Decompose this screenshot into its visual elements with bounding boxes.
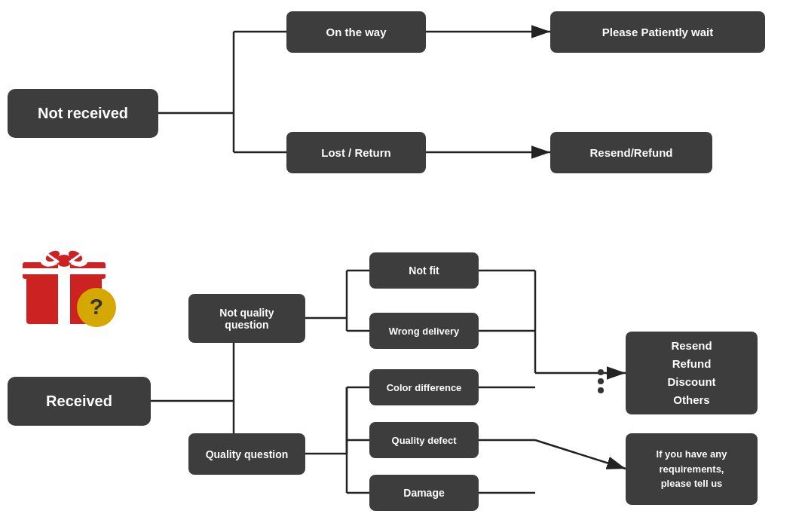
quality-question-node: Quality question [188, 433, 305, 475]
wrong-delivery-node: Wrong delivery [369, 313, 479, 349]
on-the-way-node: On the way [286, 11, 426, 53]
damage-node: Damage [369, 475, 479, 511]
svg-rect-36 [23, 268, 106, 274]
lost-return-node: Lost / Return [286, 132, 426, 173]
resend-options-node: Resend Refund Discount Others [626, 332, 758, 414]
svg-line-31 [535, 440, 626, 469]
diagram: Not received On the way Please Patiently… [0, 0, 799, 532]
not-received-node: Not received [8, 89, 158, 138]
color-difference-node: Color difference [369, 369, 479, 405]
svg-text:?: ? [90, 294, 103, 319]
not-fit-node: Not fit [369, 252, 479, 289]
gift-svg: ? [15, 234, 121, 332]
not-quality-node: Not quality question [188, 294, 305, 343]
quality-defect-node: Quality defect [369, 422, 479, 458]
gift-box-icon: ? [15, 234, 121, 332]
please-wait-node: Please Patiently wait [550, 11, 765, 53]
svg-rect-34 [58, 275, 70, 324]
resend-refund-top-node: Resend/Refund [550, 132, 712, 173]
requirements-node: If you have any requirements, please tel… [626, 433, 758, 505]
dots-decoration [598, 369, 604, 393]
received-node: Received [8, 377, 151, 426]
